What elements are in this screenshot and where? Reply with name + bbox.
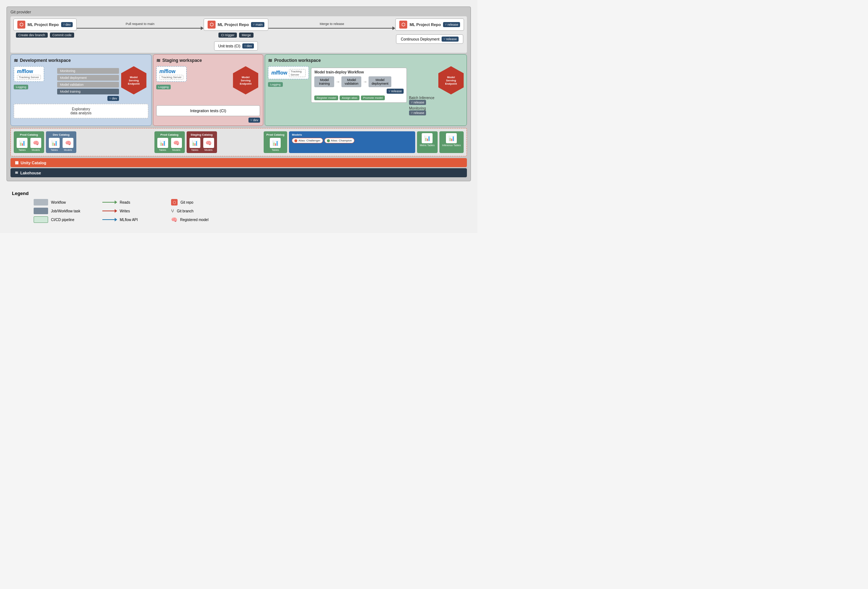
git-provider-box: Git provider ⬡ ML Project Repo ⑂ dev Cre… xyxy=(6,6,471,181)
model-training-step: Model training xyxy=(57,89,119,95)
prod-icon: ≋ xyxy=(268,58,272,63)
register-model-badge: Register model xyxy=(314,96,338,100)
git-icon-release: ⬡ xyxy=(399,21,407,28)
legend-git-branch-label: Git branch xyxy=(177,209,193,213)
workspace-prod: ≋ Production workspace mlflow Tracking S… xyxy=(265,54,467,126)
mlflow-dev-tracking: Tracking Server xyxy=(17,75,41,80)
prod-model-training: Modeltraining xyxy=(314,76,334,87)
legend-reads: Reads xyxy=(102,199,167,206)
repo-dev: ⬡ ML Project Repo ⑂ dev Create dev branc… xyxy=(13,18,77,38)
mlflow-dev: mlflow Tracking Server xyxy=(14,66,44,82)
prod-models-catalog: Models Alias: Challenger Alias: Champion xyxy=(289,131,415,153)
prod-branch-badge: ⑂ release xyxy=(387,89,404,94)
dev-prod-catalog: Prod Catalog 📊 Tables 🧠 Models xyxy=(14,131,44,153)
unity-catalog-icon: ▦ xyxy=(15,160,18,165)
exploratory-box: Exploratorydata analysis xyxy=(14,104,148,118)
staging-prod-models-icon: 🧠 xyxy=(171,138,182,148)
legend-mlflow-arrow xyxy=(102,219,117,220)
batch-inference-item: Batch Inference ⑂ release xyxy=(409,96,464,105)
legend-writes-arrow xyxy=(102,210,117,211)
staging-staging-catalog: Staging Catalog 📊 Tables 🧠 Models xyxy=(187,131,217,153)
model-serving-staging: ModelServingEndpoint xyxy=(233,66,258,95)
model-serving-dev: ModelServingEndpoint xyxy=(121,66,146,95)
inference-tables-icon: 📊 xyxy=(446,133,457,143)
dev-icon: ≋ xyxy=(14,58,18,63)
prod-model-validation: Modelvalidation xyxy=(341,76,361,87)
assign-alias-badge: Assign alias xyxy=(340,96,360,100)
prod-catalogs: Prod Catalog 📊 Tables Models Alia xyxy=(264,131,464,153)
legend-branch-icon: ⑂ xyxy=(171,208,174,214)
legend-title: Legend xyxy=(12,191,465,196)
legend-job-label: Job/Workflow task xyxy=(51,209,80,213)
staging-branch-badge: ⑂ dev xyxy=(248,118,260,123)
workspace-staging-label: ≋ Staging workspace xyxy=(156,58,260,63)
arrow-merge-release: Merge to release xyxy=(269,18,395,30)
mlflow-prod-tracking: Tracking Server xyxy=(289,69,306,77)
legend-reads-arrow xyxy=(102,202,117,203)
cd-label: Continuous Deployment xyxy=(401,37,440,41)
prod-model-deployment: Modeldeployment xyxy=(369,76,391,87)
mlflow-prod: mlflow Tracking Server xyxy=(268,66,309,79)
logging-dev-badge: Logging xyxy=(14,85,28,89)
merge-badge: Merge xyxy=(239,33,254,38)
legend-registered-model: 🧠 Registered model xyxy=(171,216,236,223)
git-icon-main: ⬡ xyxy=(208,21,216,28)
unit-tests-box: Unit tests (CI) ⑂ dev xyxy=(214,41,257,51)
staging-prod-catalog: Prod Catalog 📊 Tables 🧠 Models xyxy=(154,131,185,153)
unit-tests-branch: ⑂ dev xyxy=(242,43,254,49)
metric-tables-catalog: 📊 Metric Tables xyxy=(417,131,438,153)
pr-label: Pull request to main xyxy=(125,22,154,26)
challenger-alias: Alias: Challenger xyxy=(292,138,323,143)
unity-catalog-label: Unity Catalog xyxy=(21,161,46,165)
dev-dev-tables-icon: 📊 xyxy=(49,138,60,148)
workspace-staging: ≋ Staging workspace mlflow Tracking Serv… xyxy=(153,54,263,126)
unit-tests-label: Unit tests (CI) xyxy=(218,44,240,48)
legend-git-repo: ⬡ Git repo xyxy=(171,199,236,206)
merge-release-label: Merge to release xyxy=(320,22,344,26)
legend-git-repo-label: Git repo xyxy=(180,200,193,204)
dev-prod-models-icon: 🧠 xyxy=(30,138,41,148)
integration-tests-label: Integration tests (CI) xyxy=(190,108,226,113)
legend-job: Job/Workflow task xyxy=(34,208,99,214)
cd-branch: ⑂ release xyxy=(441,37,459,41)
prod-tables-icon: 📊 xyxy=(270,138,280,148)
legend-workflow-box xyxy=(34,199,48,206)
monitoring-branch: ⑂ release xyxy=(409,110,426,115)
repo-main-title: ML Project Repo xyxy=(218,22,249,27)
repo-dev-title: ML Project Repo xyxy=(28,22,59,27)
workspace-dev: ≋ Development workspace mlflow Tracking … xyxy=(10,54,152,126)
repo-release-title: ML Project Repo xyxy=(409,22,441,27)
lakehouse-bar: ≋ Lakehouse xyxy=(10,168,467,177)
legend-mlflow-label: MLflow API xyxy=(120,218,138,222)
monitoring-item: Monitoring ⑂ release xyxy=(409,107,464,115)
metric-tables-icon: 📊 xyxy=(422,133,433,143)
staging-tables-icon: 📊 xyxy=(189,138,200,148)
dev-branch-badge: ⑂ dev xyxy=(108,96,119,101)
mlflow-staging-logo: mlflow xyxy=(159,68,183,74)
dev-catalogs: Prod Catalog 📊 Tables 🧠 Models xyxy=(14,131,152,153)
cd-box: Continuous Deployment ⑂ release xyxy=(396,34,463,44)
git-provider-label: Git provider xyxy=(10,10,467,14)
branch-release-badge: ⑂ release xyxy=(443,22,460,27)
workspaces-row: ≋ Development workspace mlflow Tracking … xyxy=(10,54,467,126)
prod-prod-catalog-tables: Prod Catalog 📊 Tables xyxy=(264,131,288,153)
staging-icon: ≋ xyxy=(156,58,161,63)
legend-section: Legend Workflow Reads ⬡ Git repo Job/Wor… xyxy=(6,187,471,226)
commit-code-badge: Commit code xyxy=(50,33,74,38)
legend-mlflow: MLflow API xyxy=(102,216,167,223)
catalog-tier: Prod Catalog 📊 Tables 🧠 Models xyxy=(10,128,467,156)
branch-dev-badge: ⑂ dev xyxy=(61,22,73,27)
mlflow-staging: mlflow Tracking Server xyxy=(156,66,187,82)
legend-git-branch: ⑂ Git branch xyxy=(171,208,236,214)
legend-writes: Writes xyxy=(102,208,167,214)
dev-dev-models-icon: 🧠 xyxy=(63,138,74,148)
integration-tests-box: Integration tests (CI) xyxy=(156,105,260,116)
inference-tables-catalog: 📊 Inference Tables xyxy=(440,131,464,153)
create-dev-badge: Create dev branch xyxy=(16,33,48,38)
ci-trigger-badge: CI trigger xyxy=(218,33,237,38)
mlflow-prod-logo: mlflow xyxy=(271,70,287,75)
legend-cicd-box xyxy=(34,216,48,223)
legend-reads-label: Reads xyxy=(120,200,130,204)
legend-workflow-label: Workflow xyxy=(51,200,66,204)
arrow-pr-to-main: Pull request to main xyxy=(77,18,204,30)
